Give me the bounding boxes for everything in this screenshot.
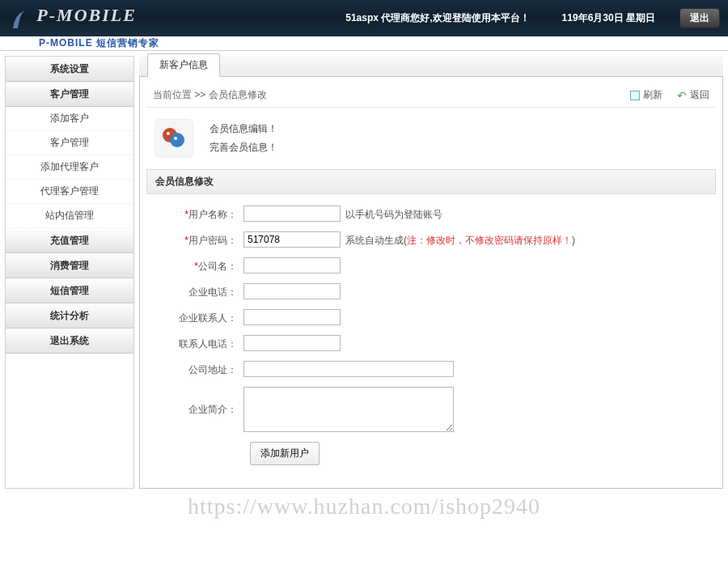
back-icon xyxy=(677,91,687,100)
section-title: 会员信息修改 xyxy=(146,169,716,194)
avatar-icon xyxy=(154,119,193,158)
refresh-icon xyxy=(630,91,640,100)
sidebar-sub-add-customer[interactable]: 添加客户 xyxy=(6,107,133,131)
sidebar-sub-agent-manage[interactable]: 代理客户管理 xyxy=(6,180,133,204)
username-input[interactable] xyxy=(243,206,341,222)
phone-input[interactable] xyxy=(243,283,341,299)
sidebar-cat-recharge[interactable]: 充值管理 xyxy=(6,228,133,253)
contact-phone-input[interactable] xyxy=(243,335,341,351)
company-input[interactable] xyxy=(243,257,341,273)
sidebar-cat-exit[interactable]: 退出系统 xyxy=(6,329,133,354)
header-info: 51aspx 代理商您好,欢迎登陆使用本平台！ 119年6月30日 星期日 xyxy=(345,11,655,25)
logo-icon xyxy=(8,7,31,30)
intro-textarea[interactable] xyxy=(243,387,454,432)
subtitle-text: P-MOBILE 短信营销专家 xyxy=(39,37,159,49)
sidebar-sub-customer-manage[interactable]: 客户管理 xyxy=(6,131,133,155)
phone-label: 企业电话： xyxy=(154,283,243,299)
info-line-1: 会员信息编辑！ xyxy=(210,120,277,138)
date-text: 119年6月30日 星期日 xyxy=(562,11,655,25)
svg-point-1 xyxy=(170,133,184,147)
refresh-link[interactable]: 刷新 xyxy=(630,88,662,102)
logo-area: P-MOBILE xyxy=(8,6,137,30)
submit-button[interactable]: 添加新用户 xyxy=(250,442,320,465)
breadcrumb-row: 当前位置 >> 会员信息修改 刷新 返回 xyxy=(146,83,716,108)
contact-label: 企业联系人： xyxy=(154,309,243,325)
sidebar-cat-customer[interactable]: 客户管理 xyxy=(6,82,133,107)
sidebar-sub-add-agent[interactable]: 添加代理客户 xyxy=(6,155,133,180)
sidebar-cat-sms[interactable]: 短信管理 xyxy=(6,278,133,303)
back-link[interactable]: 返回 xyxy=(677,88,709,102)
main-panel: 新客户信息 当前位置 >> 会员信息修改 刷新 返回 xyxy=(139,56,723,489)
address-input[interactable] xyxy=(243,361,454,377)
sidebar-sub-message-manage[interactable]: 站内信管理 xyxy=(6,204,133,228)
svg-point-3 xyxy=(174,137,177,140)
form-area: *用户名称： 以手机号码为登陆账号 *用户密码： 系统自动生成(注：修改时，不修… xyxy=(146,194,716,481)
sub-header: P-MOBILE 短信营销专家 xyxy=(0,36,728,51)
logout-button[interactable]: 退出 xyxy=(679,8,720,28)
info-line-2: 完善会员信息！ xyxy=(210,138,277,157)
contact-input[interactable] xyxy=(243,309,341,325)
sidebar-cat-stats[interactable]: 统计分析 xyxy=(6,303,133,329)
company-label: *公司名： xyxy=(154,257,243,273)
sidebar: 系统设置 客户管理 添加客户 客户管理 添加代理客户 代理客户管理 站内信管理 … xyxy=(5,56,134,489)
username-hint: 以手机号码为登陆账号 xyxy=(345,206,442,222)
contact-phone-label: 联系人电话： xyxy=(154,335,243,351)
sidebar-cat-system[interactable]: 系统设置 xyxy=(6,57,133,82)
info-row: 会员信息编辑！ 完善会员信息！ xyxy=(146,108,716,169)
breadcrumb: 当前位置 >> 会员信息修改 xyxy=(153,88,267,102)
intro-label: 企业简介： xyxy=(154,387,243,417)
svg-point-2 xyxy=(167,132,170,135)
password-hint: 系统自动生成(注：修改时，不修改密码请保持原样！) xyxy=(345,231,575,248)
tabs: 新客户信息 xyxy=(139,56,723,77)
info-text: 会员信息编辑！ 完善会员信息！ xyxy=(210,120,277,157)
logo-text: P-MOBILE xyxy=(36,5,137,25)
password-input[interactable] xyxy=(243,231,341,248)
panel: 当前位置 >> 会员信息修改 刷新 返回 xyxy=(139,77,723,489)
header: P-MOBILE 51aspx 代理商您好,欢迎登陆使用本平台！ 119年6月3… xyxy=(0,0,728,36)
sidebar-cat-consume[interactable]: 消费管理 xyxy=(6,253,133,278)
password-label: *用户密码： xyxy=(154,231,243,248)
welcome-text: 51aspx 代理商您好,欢迎登陆使用本平台！ xyxy=(345,11,529,25)
tab-new-customer[interactable]: 新客户信息 xyxy=(147,53,220,77)
address-label: 公司地址： xyxy=(154,361,243,377)
username-label: *用户名称： xyxy=(154,206,243,222)
